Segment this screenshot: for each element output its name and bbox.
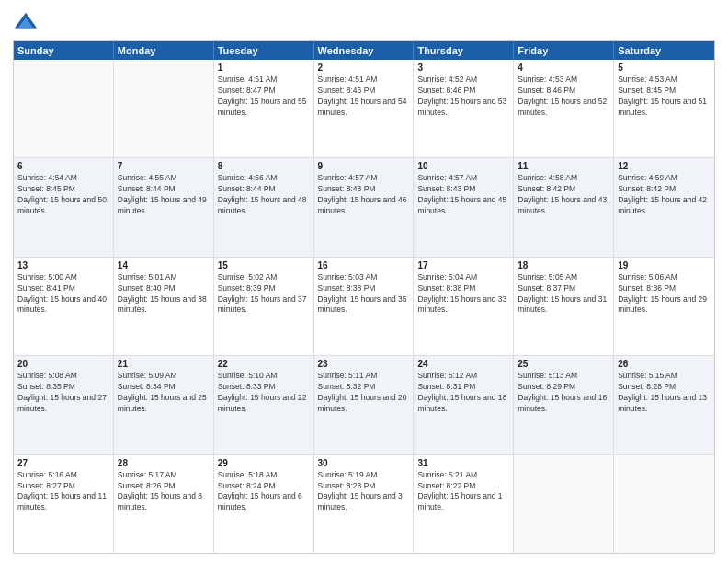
sunset-text: Sunset: 8:24 PM [218, 481, 310, 492]
daylight-text: Daylight: 15 hours and 50 minutes. [17, 195, 109, 217]
day-number: 18 [518, 260, 609, 270]
cal-cell-r2-c5: 18Sunrise: 5:05 AMSunset: 8:37 PMDayligh… [514, 258, 614, 355]
daylight-text: Daylight: 15 hours and 35 minutes. [318, 294, 410, 316]
cal-cell-r2-c4: 17Sunrise: 5:04 AMSunset: 8:38 PMDayligh… [414, 258, 514, 355]
sunrise-text: Sunrise: 5:06 AM [618, 272, 711, 283]
day-number: 30 [318, 458, 410, 468]
day-number: 17 [417, 260, 509, 270]
sunrise-text: Sunrise: 5:03 AM [318, 272, 410, 283]
cal-cell-r0-c5: 4Sunrise: 4:53 AMSunset: 8:46 PMDaylight… [514, 60, 614, 157]
daylight-text: Daylight: 15 hours and 25 minutes. [118, 393, 210, 415]
day-number: 10 [417, 161, 509, 171]
sunset-text: Sunset: 8:36 PM [618, 283, 711, 294]
cal-cell-r3-c3: 23Sunrise: 5:11 AMSunset: 8:32 PMDayligh… [314, 356, 415, 454]
header-friday: Friday [514, 41, 614, 60]
header [13, 9, 715, 35]
sunset-text: Sunset: 8:44 PM [218, 184, 310, 195]
daylight-text: Daylight: 15 hours and 46 minutes. [318, 195, 410, 217]
sunset-text: Sunset: 8:31 PM [417, 382, 509, 393]
cal-cell-r1-c2: 8Sunrise: 4:56 AMSunset: 8:44 PMDaylight… [214, 158, 314, 256]
day-number: 16 [318, 260, 410, 270]
cal-cell-r0-c2: 1Sunrise: 4:51 AMSunset: 8:47 PMDaylight… [214, 60, 314, 157]
cal-cell-r2-c1: 14Sunrise: 5:01 AMSunset: 8:40 PMDayligh… [114, 258, 214, 355]
day-number: 1 [218, 63, 310, 73]
day-number: 12 [618, 161, 711, 171]
day-number: 3 [417, 63, 509, 73]
cal-cell-r2-c6: 19Sunrise: 5:06 AMSunset: 8:36 PMDayligh… [614, 258, 714, 355]
sunset-text: Sunset: 8:47 PM [218, 86, 310, 97]
cal-cell-r3-c5: 25Sunrise: 5:13 AMSunset: 8:29 PMDayligh… [514, 356, 614, 454]
sunset-text: Sunset: 8:39 PM [218, 283, 310, 294]
sunset-text: Sunset: 8:28 PM [618, 382, 711, 393]
day-number: 20 [17, 359, 109, 369]
daylight-text: Daylight: 15 hours and 38 minutes. [118, 294, 210, 316]
day-number: 23 [318, 359, 410, 369]
sunset-text: Sunset: 8:37 PM [518, 283, 609, 294]
sunrise-text: Sunrise: 5:16 AM [17, 470, 109, 481]
sunset-text: Sunset: 8:46 PM [318, 86, 410, 97]
cal-cell-r4-c0: 27Sunrise: 5:16 AMSunset: 8:27 PMDayligh… [14, 455, 114, 553]
sunrise-text: Sunrise: 5:13 AM [518, 371, 609, 382]
sunset-text: Sunset: 8:44 PM [118, 184, 210, 195]
cal-cell-r0-c1 [114, 60, 214, 157]
daylight-text: Daylight: 15 hours and 52 minutes. [518, 97, 609, 119]
daylight-text: Daylight: 15 hours and 51 minutes. [618, 97, 711, 119]
calendar-row-4: 27Sunrise: 5:16 AMSunset: 8:27 PMDayligh… [14, 455, 714, 553]
daylight-text: Daylight: 15 hours and 43 minutes. [518, 195, 609, 217]
sunrise-text: Sunrise: 4:53 AM [618, 75, 711, 86]
daylight-text: Daylight: 15 hours and 33 minutes. [417, 294, 509, 316]
calendar-row-2: 13Sunrise: 5:00 AMSunset: 8:41 PMDayligh… [14, 258, 714, 356]
day-number: 2 [318, 63, 410, 73]
daylight-text: Daylight: 15 hours and 53 minutes. [417, 97, 509, 119]
calendar-row-3: 20Sunrise: 5:08 AMSunset: 8:35 PMDayligh… [14, 356, 714, 454]
day-number: 28 [118, 458, 210, 468]
day-number: 31 [417, 458, 509, 468]
sunset-text: Sunset: 8:43 PM [318, 184, 410, 195]
header-monday: Monday [114, 41, 214, 60]
sunrise-text: Sunrise: 5:18 AM [218, 470, 310, 481]
calendar-header: Sunday Monday Tuesday Wednesday Thursday… [14, 41, 714, 60]
cal-cell-r1-c5: 11Sunrise: 4:58 AMSunset: 8:42 PMDayligh… [514, 158, 614, 256]
sunset-text: Sunset: 8:35 PM [17, 382, 109, 393]
day-number: 22 [218, 359, 310, 369]
daylight-text: Daylight: 15 hours and 49 minutes. [118, 195, 210, 217]
day-number: 8 [218, 161, 310, 171]
sunrise-text: Sunrise: 5:21 AM [417, 470, 509, 481]
cal-cell-r1-c6: 12Sunrise: 4:59 AMSunset: 8:42 PMDayligh… [614, 158, 714, 256]
sunset-text: Sunset: 8:42 PM [618, 184, 711, 195]
calendar-row-1: 6Sunrise: 4:54 AMSunset: 8:45 PMDaylight… [14, 158, 714, 257]
sunrise-text: Sunrise: 4:53 AM [518, 75, 609, 86]
daylight-text: Daylight: 15 hours and 29 minutes. [618, 294, 711, 316]
sunrise-text: Sunrise: 4:51 AM [318, 75, 410, 86]
cal-cell-r4-c2: 29Sunrise: 5:18 AMSunset: 8:24 PMDayligh… [214, 455, 314, 553]
sunrise-text: Sunrise: 4:56 AM [218, 173, 310, 184]
day-number: 13 [17, 260, 109, 270]
header-wednesday: Wednesday [314, 41, 415, 60]
day-number: 6 [17, 161, 109, 171]
daylight-text: Daylight: 15 hours and 20 minutes. [318, 393, 410, 415]
sunrise-text: Sunrise: 4:51 AM [218, 75, 310, 86]
day-number: 29 [218, 458, 310, 468]
logo-icon [13, 9, 39, 35]
day-number: 7 [118, 161, 210, 171]
day-number: 25 [518, 359, 609, 369]
cal-cell-r2-c2: 15Sunrise: 5:02 AMSunset: 8:39 PMDayligh… [214, 258, 314, 355]
sunset-text: Sunset: 8:29 PM [518, 382, 609, 393]
sunset-text: Sunset: 8:23 PM [318, 481, 410, 492]
sunrise-text: Sunrise: 5:04 AM [417, 272, 509, 283]
sunset-text: Sunset: 8:34 PM [118, 382, 210, 393]
sunset-text: Sunset: 8:45 PM [618, 86, 711, 97]
daylight-text: Daylight: 15 hours and 11 minutes. [17, 491, 109, 513]
daylight-text: Daylight: 15 hours and 18 minutes. [417, 393, 509, 415]
daylight-text: Daylight: 15 hours and 55 minutes. [218, 97, 310, 119]
cal-cell-r3-c2: 22Sunrise: 5:10 AMSunset: 8:33 PMDayligh… [214, 356, 314, 454]
day-number: 9 [318, 161, 410, 171]
cal-cell-r0-c6: 5Sunrise: 4:53 AMSunset: 8:45 PMDaylight… [614, 60, 714, 157]
cal-cell-r2-c3: 16Sunrise: 5:03 AMSunset: 8:38 PMDayligh… [314, 258, 415, 355]
sunrise-text: Sunrise: 4:52 AM [417, 75, 509, 86]
sunrise-text: Sunrise: 5:01 AM [118, 272, 210, 283]
sunrise-text: Sunrise: 5:11 AM [318, 371, 410, 382]
day-number: 27 [17, 458, 109, 468]
day-number: 5 [618, 63, 711, 73]
daylight-text: Daylight: 15 hours and 27 minutes. [17, 393, 109, 415]
